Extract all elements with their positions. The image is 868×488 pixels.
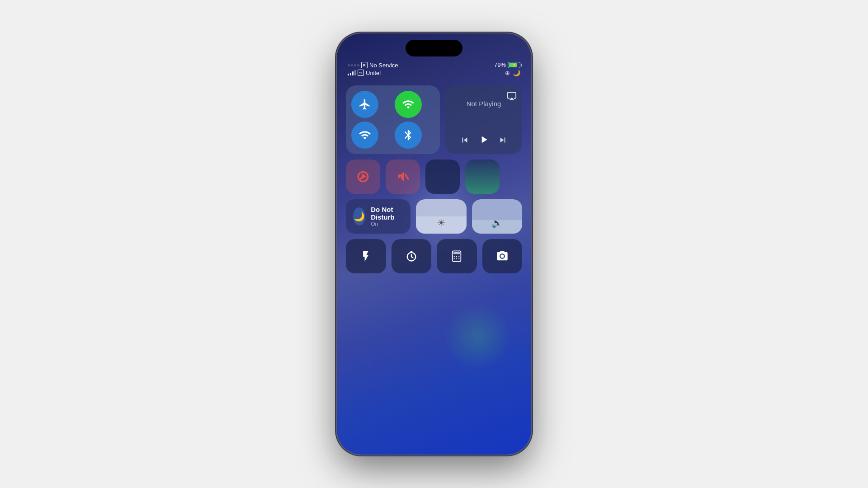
play-button[interactable] [478,134,490,149]
status-icons-right: ⊕ 🌙 [505,69,520,76]
location-icon: ⊕ [505,70,510,76]
battery-row: 79% ⚡ [494,61,520,68]
airplay-button[interactable] [507,91,517,103]
phone-device: R No Service YT Unitel 79% [337,33,531,455]
rewind-icon [460,135,470,145]
svg-point-10 [458,256,459,257]
svg-line-3 [405,174,408,179]
status-right: 79% ⚡ ⊕ 🌙 [494,61,520,76]
dnd-moon-circle: 🌙 [353,207,365,225]
svg-rect-2 [362,174,364,176]
cellular-icon [402,98,415,111]
signal-bars [348,70,356,75]
camera-button[interactable] [482,239,523,273]
control-center: Not Playing [346,85,522,279]
flashlight-icon [359,250,372,263]
calculator-button[interactable] [437,239,477,273]
bluetooth-button[interactable] [395,122,422,149]
wifi-icon [359,129,371,141]
bluetooth-icon [402,129,415,141]
rotation-lock-icon [356,169,370,184]
brightness-slider[interactable]: ☀ [416,199,466,234]
cc-top-row: Not Playing [346,85,522,154]
carrier2-row: YT Unitel [348,70,398,76]
volume-slider[interactable]: 🔉 [472,199,522,234]
rotation-lock-button[interactable] [346,160,380,194]
status-bar: R No Service YT Unitel 79% [337,61,531,76]
svg-point-9 [456,256,457,257]
mute-button[interactable] [386,160,420,194]
carrier2-icon: YT [358,70,364,76]
svg-point-12 [456,258,457,259]
carrier1-row: R No Service [348,62,398,69]
dnd-text: Do Not Disturb On [371,206,403,227]
media-controls [451,134,517,149]
focus-button[interactable] [425,160,460,194]
calculator-icon [450,250,463,263]
battery-percent: 79% [494,61,506,68]
timer-icon [405,250,418,263]
carrier1-icon: R [361,62,368,68]
battery-icon: ⚡ [508,62,520,68]
svg-point-11 [454,258,455,259]
brightness-icon: ☀ [437,217,445,228]
do-not-disturb-button[interactable]: 🌙 Do Not Disturb On [346,199,410,234]
cellular-data-button[interactable] [395,91,422,118]
status-left: R No Service YT Unitel [348,62,398,76]
phone-screen: R No Service YT Unitel 79% [337,33,531,455]
svg-point-13 [458,258,459,259]
cc-bottom-row [346,239,522,273]
wifi-button[interactable] [351,122,378,149]
mute-icon [396,169,410,184]
dnd-subtitle: On [371,221,403,227]
previous-track-button[interactable] [460,135,470,148]
screen-mirroring-button[interactable] [465,160,500,194]
play-icon [478,134,490,145]
cc-dnd-row: 🌙 Do Not Disturb On ☀ 🔉 [346,199,522,234]
next-track-button[interactable] [498,135,508,148]
connectivity-block [346,85,440,154]
media-player-block: Not Playing [445,85,522,154]
airplane-mode-button[interactable] [351,91,378,118]
airplane-icon [359,98,371,111]
dnd-title: Do Not Disturb [371,206,403,221]
svg-point-8 [454,256,455,257]
timer-button[interactable] [392,239,432,273]
moon-icon: 🌙 [513,69,520,76]
fast-forward-icon [498,135,508,145]
dnd-moon-icon: 🌙 [354,211,365,222]
carrier1-label: No Service [369,62,398,69]
camera-icon [496,250,509,263]
volume-icon: 🔉 [491,217,503,228]
flashlight-button[interactable] [346,239,386,273]
dynamic-island [406,40,462,56]
carrier2-label: Unitel [366,70,381,76]
airplay-icon [507,91,517,101]
svg-rect-5 [410,251,412,252]
battery-bolt-icon: ⚡ [512,63,517,67]
cc-second-row [346,160,522,194]
signal-dots [348,64,359,66]
svg-rect-7 [453,252,460,254]
